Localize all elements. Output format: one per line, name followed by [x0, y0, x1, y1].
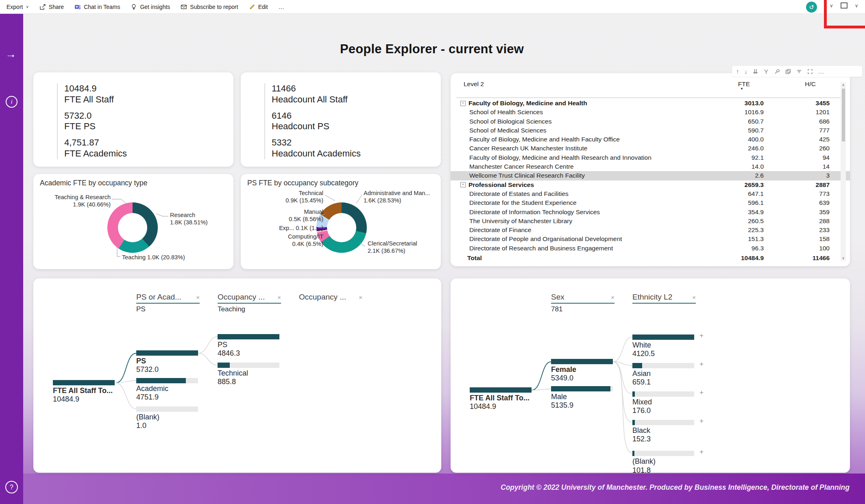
- row-name-cell: Manchester Cancer Research Centre: [460, 162, 715, 171]
- more-options-button[interactable]: …: [279, 4, 284, 10]
- table-row[interactable]: Directorate for the Student Experience 5…: [451, 198, 850, 207]
- tree-node-ps[interactable]: PS 5732.0: [136, 350, 201, 374]
- share-label: Share: [49, 4, 64, 10]
- chevron-down-icon: ∨: [26, 4, 28, 9]
- tree-node-technical[interactable]: Technical 885.8: [218, 363, 283, 386]
- tree-node-root[interactable]: FTE All Staff To... 10484.9: [470, 387, 535, 411]
- row-name: Wellcome Trust Clinical Research Facilit…: [469, 171, 585, 180]
- focus-mode-icon[interactable]: [807, 69, 813, 74]
- tree-node-academic[interactable]: Academic 4751.9: [136, 378, 201, 402]
- expand-node-icon[interactable]: +: [699, 360, 704, 368]
- row-fte-cell: 2.6: [715, 171, 764, 180]
- chart-title: Academic FTE by occupancy type: [40, 179, 148, 187]
- expand-all-icon[interactable]: ⇊: [753, 68, 758, 74]
- table-row[interactable]: −Faculty of Biology, Medicine and Health…: [451, 99, 850, 108]
- table-row[interactable]: School of Health Sciences 1016.9 1201: [451, 108, 850, 117]
- column-header-level2[interactable]: Level 2: [464, 80, 701, 88]
- row-hc-cell: 100: [764, 244, 830, 253]
- pin-icon[interactable]: [774, 69, 780, 74]
- scrollbar-thumb[interactable]: [842, 89, 845, 141]
- tree-node-male[interactable]: Male 5135.9: [551, 386, 616, 410]
- more-options-icon[interactable]: …: [818, 68, 824, 74]
- tree-node-root[interactable]: FTE All Staff To... 10484.9: [53, 380, 118, 404]
- tree-node-black[interactable]: Black 152.3: [632, 420, 697, 443]
- donut-ring[interactable]: [107, 202, 158, 253]
- kpi-value: 4,751.87: [64, 137, 233, 148]
- expand-node-icon[interactable]: +: [699, 389, 704, 397]
- row-hc-cell: 425: [764, 135, 830, 144]
- reset-to-default-button[interactable]: ↺: [806, 2, 817, 13]
- chat-in-teams-button[interactable]: Chat in Teams: [74, 4, 120, 10]
- subscribe-button[interactable]: Subscribe to report: [181, 4, 238, 10]
- table-row[interactable]: Wellcome Trust Clinical Research Facilit…: [451, 171, 850, 180]
- table-row[interactable]: Directorate of Estates and Facilities 64…: [451, 189, 850, 198]
- collapse-icon[interactable]: −: [460, 101, 466, 106]
- tree-node-asian[interactable]: Asian 659.1: [632, 363, 697, 387]
- column-header-hc[interactable]: H/C: [750, 80, 830, 88]
- column-header-fte[interactable]: FTE ▼: [701, 80, 750, 88]
- get-insights-button[interactable]: Get insights: [131, 4, 170, 10]
- table-row[interactable]: School of Biological Sciences 650.7 686: [451, 117, 850, 126]
- expand-node-icon[interactable]: +: [699, 448, 704, 456]
- copy-icon[interactable]: [785, 69, 791, 74]
- table-row[interactable]: Cancer Research UK Manchester Institute …: [451, 144, 850, 153]
- row-hc-cell: 233: [764, 226, 830, 235]
- chevron-down-icon[interactable]: ∨: [855, 3, 858, 9]
- share-icon: [39, 4, 46, 10]
- table-row[interactable]: The University of Manchester Library 260…: [451, 217, 850, 226]
- tree-node-female[interactable]: Female 5349.0: [551, 359, 616, 382]
- close-icon[interactable]: ×: [277, 294, 281, 301]
- row-name-cell: Directorate of Research and Business Eng…: [460, 244, 715, 253]
- restore-window-icon[interactable]: [841, 2, 848, 9]
- tree-node-blank[interactable]: (Blank) 1.0: [136, 406, 201, 430]
- donut-ring[interactable]: [316, 202, 367, 253]
- close-icon[interactable]: ×: [359, 294, 362, 301]
- close-icon[interactable]: ×: [692, 294, 696, 301]
- drill-up-icon[interactable]: ↑: [736, 68, 739, 74]
- help-icon[interactable]: ?: [5, 481, 18, 493]
- table-row[interactable]: Manchester Cancer Research Centre 14.0 1…: [451, 162, 850, 171]
- export-button[interactable]: Export ∨: [7, 4, 29, 10]
- tree-node-blank[interactable]: (Blank) 101.8: [632, 451, 697, 473]
- table-row[interactable]: Faculty of Biology, Medicine and Health …: [451, 135, 850, 144]
- table-row[interactable]: Faculty of Biology, Medicine and Health …: [451, 153, 850, 162]
- info-icon[interactable]: i: [6, 96, 17, 108]
- scroll-down-icon[interactable]: ∨: [841, 256, 846, 260]
- row-hc-cell: 3: [764, 171, 830, 180]
- row-fte-cell: 92.1: [715, 153, 764, 162]
- table-row[interactable]: School of Medical Sciences 590.7 777: [451, 126, 850, 135]
- close-icon[interactable]: ×: [611, 294, 614, 301]
- expand-pane-icon[interactable]: →: [5, 48, 16, 61]
- table-row[interactable]: Directorate of Information Technology Se…: [451, 208, 850, 217]
- expand-node-icon[interactable]: +: [699, 332, 704, 340]
- tree-column-label: Occupancy ...: [218, 293, 265, 302]
- tree-column-label: Ethnicity L2: [632, 293, 672, 302]
- table-row[interactable]: Directorate of People and Organisational…: [451, 235, 850, 243]
- visual-header-toolbar: ↑ ↓ ⇊ …: [732, 66, 862, 77]
- table-scrollbar[interactable]: ∧ ∨: [841, 82, 846, 261]
- kpi-value: 6146: [272, 111, 441, 122]
- header-divider: [456, 98, 844, 98]
- table-row[interactable]: Directorate of Finance 225.3 233: [451, 226, 850, 235]
- tree-node-white[interactable]: White 4120.5: [632, 335, 697, 358]
- chevron-down-icon[interactable]: ∨: [830, 3, 833, 9]
- row-name: Faculty of Biology, Medicine and Health: [468, 99, 587, 108]
- share-button[interactable]: Share: [39, 4, 64, 10]
- node-value: 4120.5: [632, 350, 697, 358]
- callout-label: Manual 0.5K (8.56%): [250, 208, 323, 223]
- scroll-up-icon[interactable]: ∧: [841, 83, 846, 87]
- row-name: Faculty of Biology, Medicine and Health …: [469, 135, 620, 144]
- filter-icon[interactable]: [796, 69, 802, 74]
- close-icon[interactable]: ×: [196, 294, 200, 301]
- table-row[interactable]: −Professional Services 2659.3 2887: [451, 180, 850, 189]
- tree-column-underline: [632, 303, 696, 304]
- drill-down-icon[interactable]: ↓: [745, 68, 748, 74]
- hierarchy-icon[interactable]: [763, 69, 769, 74]
- collapse-icon[interactable]: −: [460, 182, 466, 187]
- expand-node-icon[interactable]: +: [699, 417, 704, 425]
- table-row[interactable]: Directorate of Research and Business Eng…: [451, 244, 850, 253]
- row-hc-cell: 94: [764, 153, 830, 162]
- tree-node-mixed[interactable]: Mixed 176.0: [632, 391, 697, 415]
- tree-node-ps-l2[interactable]: PS 4846.3: [218, 334, 283, 358]
- edit-button[interactable]: Edit: [249, 4, 268, 10]
